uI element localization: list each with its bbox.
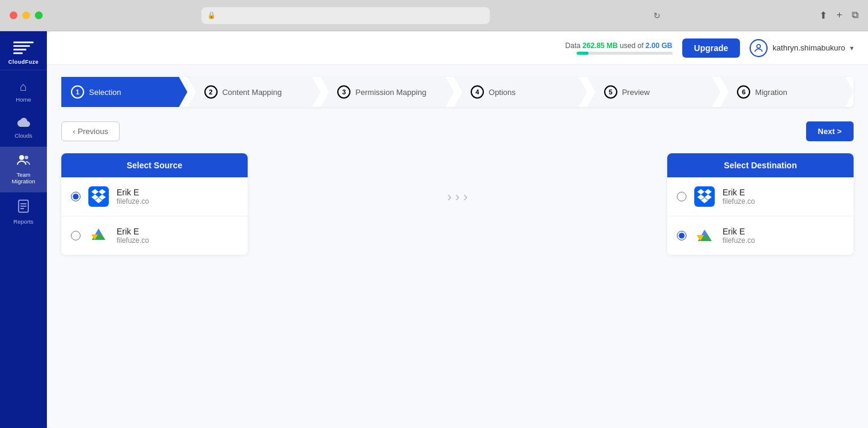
sidebar-item-home[interactable]: ⌂ Home [0, 73, 47, 110]
mac-maximize-dot[interactable] [35, 11, 43, 19]
mac-minimize-dot[interactable] [22, 11, 30, 19]
source-panel-header: Select Source [61, 153, 248, 177]
dest-panel: Select Destination [667, 153, 854, 255]
sidebar-home-label: Home [16, 96, 31, 103]
step-5-num: 5 [604, 85, 617, 99]
svg-rect-7 [88, 186, 109, 207]
dest-panel-header: Select Destination [667, 153, 854, 177]
step-4-num: 4 [471, 85, 484, 99]
upgrade-button[interactable]: Upgrade [682, 38, 741, 58]
data-usage-fill [576, 52, 589, 55]
stepper: 1 Selection 2 Content Mapping 3 Permissi… [61, 77, 854, 107]
arrow-2: › [455, 189, 459, 205]
arrow-1: › [447, 189, 451, 205]
add-tab-icon[interactable]: + [837, 10, 842, 21]
step-2-num: 2 [204, 85, 218, 99]
source-dropbox-item[interactable]: Erik E filefuze.co [61, 177, 248, 216]
dropbox-source-icon [88, 186, 109, 207]
source-gdrive-info: Erik E filefuze.co [117, 227, 149, 245]
dest-dropbox-item[interactable]: Erik E filefuze.co [667, 177, 854, 216]
step-1-num: 1 [71, 85, 84, 99]
prev-label: Previous [78, 127, 108, 136]
logo-icon [13, 40, 34, 57]
next-label: Next > [818, 127, 842, 136]
step-1-label: Selection [89, 88, 121, 97]
step-6-num: 6 [737, 85, 750, 99]
dropbox-dest-icon [694, 186, 715, 207]
dest-gdrive-sub: filefuze.co [723, 236, 755, 245]
user-chevron-icon: ▾ [850, 44, 854, 52]
previous-button[interactable]: ‹ Previous [61, 121, 120, 141]
step-options[interactable]: 4 Options [454, 77, 587, 107]
step-preview[interactable]: 5 Preview [587, 77, 721, 107]
source-dropbox-name: Erik E [117, 188, 149, 197]
user-info[interactable]: kathryn.shimabukuro ▾ [750, 39, 854, 57]
step-3-label: Permission Mapping [355, 88, 426, 97]
source-gdrive-sub: filefuze.co [117, 236, 149, 245]
svg-point-6 [757, 44, 760, 48]
sidebar-logo: CloudFuze [0, 31, 47, 70]
dest-dropbox-name: Erik E [723, 188, 755, 197]
source-gdrive-item[interactable]: Erik E filefuze.co [61, 216, 248, 255]
dest-dropbox-sub: filefuze.co [723, 197, 755, 206]
sidebar-item-team-migration[interactable]: TeamMigration [0, 147, 47, 192]
data-usage-text: Data 262.85 MB used of 2.00 GB [565, 41, 672, 50]
step-5-label: Preview [622, 88, 650, 97]
app-wrapper: CloudFuze ⌂ Home Clouds [0, 31, 868, 428]
refresh-icon[interactable]: ↻ [653, 11, 661, 20]
gdrive-source-icon [88, 225, 109, 246]
team-migration-icon [16, 154, 31, 169]
step-3-num: 3 [337, 85, 350, 99]
data-label: Data [565, 41, 580, 50]
sidebar-reports-label: Reports [13, 218, 33, 225]
dest-gdrive-radio[interactable] [677, 231, 686, 240]
user-avatar [750, 39, 768, 57]
dest-gdrive-info: Erik E filefuze.co [723, 227, 755, 245]
svg-point-0 [19, 155, 24, 160]
dest-gdrive-name: Erik E [723, 227, 755, 236]
windows-icon[interactable]: ⧉ [852, 10, 858, 21]
arrow-3: › [463, 189, 468, 205]
data-used-value: 262.85 MB [582, 41, 618, 50]
clouds-icon [17, 117, 30, 130]
step-content-mapping[interactable]: 2 Content Mapping [188, 77, 321, 107]
page-body: 1 Selection 2 Content Mapping 3 Permissi… [47, 65, 868, 428]
source-panel: Select Source [61, 153, 248, 255]
home-icon: ⌂ [20, 80, 27, 94]
svg-rect-17 [694, 186, 715, 207]
step-selection[interactable]: 1 Selection [61, 77, 188, 107]
nav-buttons: ‹ Previous Next > [61, 121, 854, 141]
sidebar-logo-text: CloudFuze [8, 59, 39, 65]
source-dropbox-radio[interactable] [71, 192, 81, 201]
arrow-area: › › › [248, 153, 667, 241]
sidebar-item-reports[interactable]: Reports [0, 192, 47, 232]
mac-actions: ⬆ + ⧉ [819, 10, 858, 21]
selection-area: Select Source [61, 153, 854, 255]
mac-chrome: 🔒 ↻ ⬆ + ⧉ [0, 0, 868, 31]
source-gdrive-name: Erik E [117, 227, 149, 236]
step-permission-mapping[interactable]: 3 Permission Mapping [320, 77, 454, 107]
dest-gdrive-item[interactable]: Erik E filefuze.co [667, 216, 854, 255]
next-button[interactable]: Next > [806, 121, 854, 141]
gdrive-dest-icon [694, 225, 715, 246]
step-migration[interactable]: 6 Migration [720, 77, 854, 107]
dest-dropbox-radio[interactable] [677, 192, 686, 201]
user-name: kathryn.shimabukuro [772, 43, 845, 52]
sidebar-team-label: TeamMigration [11, 171, 35, 185]
svg-point-1 [25, 156, 28, 159]
source-gdrive-radio[interactable] [71, 231, 81, 240]
main-content: Data 262.85 MB used of 2.00 GB Upgrade k… [47, 31, 868, 428]
data-used-of: used of [620, 41, 643, 50]
reports-icon [17, 200, 29, 216]
dest-dropbox-info: Erik E filefuze.co [723, 188, 755, 206]
mac-close-dot[interactable] [10, 11, 17, 19]
sidebar-item-clouds[interactable]: Clouds [0, 110, 47, 146]
step-4-label: Options [489, 88, 516, 97]
share-icon[interactable]: ⬆ [819, 10, 827, 21]
sidebar-clouds-label: Clouds [14, 132, 32, 139]
lock-icon: 🔒 [207, 11, 216, 19]
data-usage-bar [576, 52, 673, 55]
dest-panel-body: Erik E filefuze.co [667, 177, 854, 255]
step-6-label: Migration [755, 88, 787, 97]
prev-icon: ‹ [73, 127, 75, 136]
